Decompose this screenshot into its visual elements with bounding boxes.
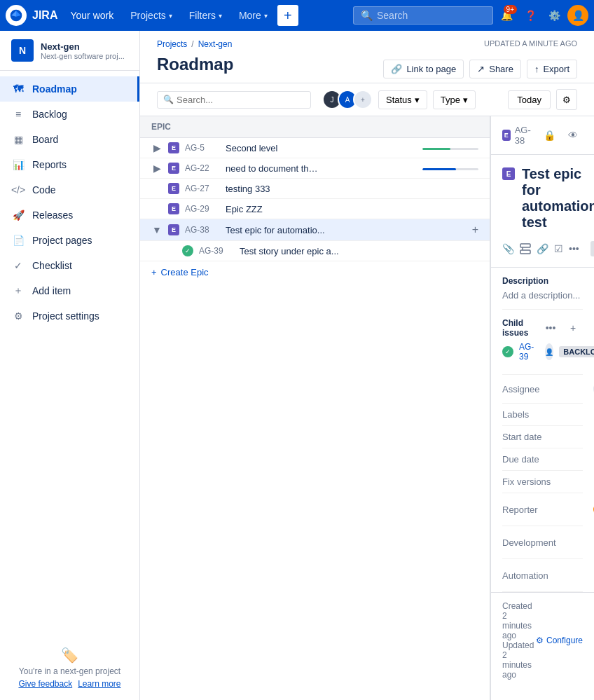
- share-button[interactable]: ↗ Share: [469, 60, 521, 78]
- more-tools-button[interactable]: •••: [569, 239, 579, 259]
- sidebar-item-reports[interactable]: 📊 Reports: [0, 152, 139, 177]
- epic-icon: E: [168, 224, 179, 235]
- project-header[interactable]: N Next-gen Next-gen software proj...: [0, 31, 139, 71]
- sidebar-item-checklist[interactable]: ✓ Checklist: [0, 253, 139, 278]
- watch-button[interactable]: 👁: [563, 125, 583, 145]
- search-bar[interactable]: 🔍: [353, 6, 493, 25]
- reporter-field[interactable]: Reporter Jack Brickey: [502, 493, 583, 526]
- type-chevron-icon: ▾: [463, 95, 468, 105]
- view-settings-button[interactable]: ⚙: [556, 89, 577, 110]
- give-feedback-link[interactable]: Give feedback: [18, 679, 72, 689]
- labels-field[interactable]: Labels None: [502, 404, 583, 426]
- sidebar-item-project-pages[interactable]: 📄 Project pages: [0, 228, 139, 253]
- add-child-issue-button[interactable]: +: [563, 318, 583, 338]
- development-field[interactable]: Development ⑂ Create branch: [502, 526, 583, 559]
- child-issue-status-badge: BACKLOG: [559, 346, 594, 357]
- due-date-field[interactable]: Due date None: [502, 448, 583, 471]
- breadcrumb-separator: /: [191, 39, 193, 49]
- child-issues-tool-button[interactable]: [520, 239, 531, 259]
- settings-button[interactable]: ⚙️: [544, 5, 565, 26]
- nav-projects[interactable]: Projects ▾: [123, 7, 179, 24]
- detail-title-row: E Test epic for automation test: [491, 155, 594, 236]
- create-button[interactable]: +: [277, 5, 298, 26]
- expand-icon[interactable]: ▶: [151, 142, 163, 153]
- nav-more[interactable]: More ▾: [232, 7, 275, 24]
- sidebar-item-label: Project settings: [32, 310, 99, 322]
- nav-filters[interactable]: Filters ▾: [182, 7, 229, 24]
- table-row[interactable]: E AG-27 testing 333: [140, 179, 490, 199]
- project-info: Next-gen Next-gen software proj...: [41, 41, 128, 60]
- toolbar-search[interactable]: 🔍: [157, 91, 311, 109]
- start-date-field[interactable]: Start date None: [502, 426, 583, 448]
- sidebar-item-add-item[interactable]: ＋ Add item: [0, 278, 139, 303]
- sidebar-item-label: Roadmap: [32, 83, 77, 95]
- toolbar-search-input[interactable]: [177, 95, 305, 105]
- child-issue-id[interactable]: AG-39: [519, 342, 534, 362]
- detail-toolbar: 📎 🔗 ☑ ••• Backlog ▾: [491, 236, 594, 268]
- notifications-button[interactable]: 🔔 9+: [496, 5, 517, 26]
- child-issue-row[interactable]: ✓ AG-39 Test story under epic auto... 👤 …: [502, 338, 583, 366]
- add-icon: ＋: [11, 284, 25, 298]
- expand-icon[interactable]: ▼: [151, 224, 163, 235]
- fix-versions-field[interactable]: Fix versions None: [502, 471, 583, 493]
- content-area: Epic ▶ E AG-5 Second level ▶ E AG-22 nee…: [140, 116, 594, 700]
- sidebar-item-releases[interactable]: 🚀 Releases: [0, 203, 139, 228]
- automation-label: Automation: [502, 570, 593, 581]
- breadcrumb-projects[interactable]: Projects: [157, 39, 187, 49]
- releases-icon: 🚀: [11, 208, 25, 222]
- table-row[interactable]: E AG-29 Epic ZZZ: [140, 199, 490, 219]
- table-row[interactable]: ▼ E AG-38 Test epic for automatio... +: [140, 219, 490, 241]
- link-tool-button[interactable]: 🔗: [537, 239, 548, 259]
- type-filter[interactable]: Type ▾: [433, 90, 476, 109]
- labels-label: Labels: [502, 409, 593, 420]
- breadcrumb-project[interactable]: Next-gen: [198, 39, 233, 49]
- nav-your-work[interactable]: Your work: [63, 7, 120, 24]
- add-child-icon[interactable]: +: [472, 224, 478, 236]
- sidebar-item-label: Reports: [32, 159, 67, 170]
- expand-icon[interactable]: ▶: [151, 163, 163, 174]
- issue-id-row: E AG-38: [502, 125, 534, 146]
- next-gen-text: You're in a next-gen project: [11, 666, 128, 676]
- status-filter[interactable]: Status ▾: [378, 90, 427, 109]
- lock-button[interactable]: 🔒: [539, 125, 559, 145]
- create-epic-button[interactable]: + Create Epic: [140, 261, 490, 283]
- row-title: testing 333: [226, 184, 478, 194]
- assignee-field[interactable]: Assignee 👤 Unassigned: [502, 375, 583, 404]
- app-logo[interactable]: [6, 5, 27, 26]
- link-to-page-button[interactable]: 🔗 Link to page: [383, 60, 464, 78]
- description-input[interactable]: Add a description...: [502, 290, 583, 301]
- configure-button[interactable]: ⚙ Configure: [536, 636, 583, 645]
- share-detail-button[interactable]: ↗: [587, 125, 594, 145]
- check-tool-button[interactable]: ☑: [554, 239, 563, 259]
- sidebar-item-backlog[interactable]: ≡ Backlog: [0, 102, 139, 127]
- learn-more-link[interactable]: Learn more: [78, 679, 120, 689]
- help-button[interactable]: ❓: [520, 5, 541, 26]
- row-id: AG-5: [185, 143, 220, 153]
- sidebar-item-roadmap[interactable]: 🗺 Roadmap: [0, 76, 139, 102]
- toolbar-avatars: J A +: [322, 90, 373, 109]
- table-row[interactable]: ▶ E AG-5 Second level: [140, 138, 490, 158]
- gear-icon: ⚙️: [548, 10, 560, 21]
- today-button[interactable]: Today: [508, 90, 551, 109]
- child-issues-more-button[interactable]: •••: [541, 318, 560, 338]
- table-row[interactable]: ✓ AG-39 Test story under epic a...: [140, 241, 490, 261]
- status-dropdown[interactable]: Backlog ▾: [590, 241, 594, 256]
- automation-field[interactable]: Automation ⚡ Rule executions: [502, 559, 583, 592]
- sidebar-item-code[interactable]: </> Code: [0, 177, 139, 203]
- child-issues-title: Child issues: [502, 318, 538, 338]
- sidebar-item-project-settings[interactable]: ⚙ Project settings: [0, 303, 139, 329]
- table-row[interactable]: ▶ E AG-22 need to document this stuff: [140, 158, 490, 179]
- export-button[interactable]: ↑ Export: [527, 60, 577, 78]
- sidebar-item-board[interactable]: ▦ Board: [0, 127, 139, 152]
- epic-icon: E: [168, 142, 179, 153]
- search-input[interactable]: [377, 10, 485, 21]
- roadmap-col-header: Epic: [140, 116, 490, 138]
- row-title: Test story under epic a...: [240, 246, 478, 256]
- sidebar-bottom: 🏷️ You're in a next-gen project Give fee…: [0, 647, 139, 689]
- avatar-3[interactable]: +: [353, 90, 373, 109]
- detail-epic-badge: E: [502, 167, 515, 180]
- user-avatar[interactable]: 👤: [567, 5, 588, 26]
- roadmap-table: Epic ▶ E AG-5 Second level ▶ E AG-22 nee…: [140, 116, 490, 700]
- story-icon: ✓: [182, 245, 193, 256]
- attach-button[interactable]: 📎: [502, 239, 514, 259]
